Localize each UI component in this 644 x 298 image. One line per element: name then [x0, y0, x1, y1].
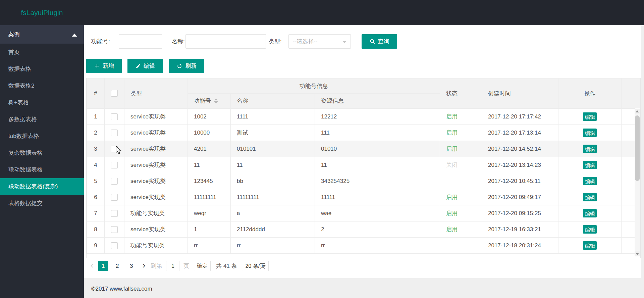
- cell-resource: 12212: [315, 109, 440, 125]
- refresh-button[interactable]: 刷新: [169, 59, 204, 73]
- search-button[interactable]: 查询: [362, 34, 397, 49]
- table-row: 2service实现类10000测试111启用2017-12-20 17:13:…: [87, 125, 635, 141]
- row-checkbox[interactable]: [111, 130, 118, 136]
- row-edit-button[interactable]: 编辑: [583, 112, 597, 121]
- total-count-label: 共 41 条: [216, 262, 237, 270]
- cell-status: 启用: [440, 221, 482, 238]
- cell-index: 4: [87, 157, 105, 173]
- cell-name: 11111111: [231, 189, 315, 205]
- header-actions: 操作: [558, 79, 622, 108]
- table-row: 9功能号实现类rrrrrr2017-12-18 20:31:24编辑: [87, 238, 635, 254]
- row-checkbox[interactable]: [111, 226, 118, 233]
- sidebar-item-3[interactable]: 数据表格2: [0, 78, 84, 94]
- page-number-1[interactable]: 1: [98, 261, 108, 271]
- cell-created: 2017-12-20 09:49:17: [482, 189, 558, 205]
- row-checkbox[interactable]: [111, 162, 118, 168]
- sidebar-item-1[interactable]: 首页: [0, 44, 84, 61]
- name-input[interactable]: [185, 34, 266, 49]
- page-next-icon[interactable]: ›: [143, 260, 146, 270]
- row-edit-button[interactable]: 编辑: [583, 177, 597, 185]
- add-button[interactable]: 新增: [86, 59, 122, 73]
- row-edit-button[interactable]: 编辑: [583, 193, 597, 201]
- goto-page-input[interactable]: [166, 261, 179, 271]
- status-badge: 启用: [446, 130, 458, 136]
- sidebar-item-4[interactable]: 树+表格: [0, 94, 84, 111]
- table-body: 1service实现类1002111112212启用2017-12-20 17:…: [87, 109, 635, 254]
- page-size-select[interactable]: 20 条/页: [242, 261, 269, 271]
- cell-type: service实现类: [124, 109, 188, 125]
- cell-actions: 编辑: [558, 205, 622, 221]
- table-body-table: 1service实现类1002111112212启用2017-12-20 17:…: [87, 108, 635, 254]
- row-checkbox[interactable]: [111, 146, 118, 152]
- cell-created: 2017-12-20 13:14:23: [482, 157, 558, 173]
- table-row: 1service实现类1002111112212启用2017-12-20 17:…: [87, 109, 635, 125]
- cell-name: 1111: [231, 109, 315, 125]
- top-bar: fsLayuiPlugin: [0, 0, 644, 25]
- cell-status: 启用: [440, 109, 482, 125]
- cell-checkbox: [105, 221, 124, 238]
- scrollbar-thumb[interactable]: [635, 115, 640, 181]
- row-edit-button[interactable]: 编辑: [583, 209, 597, 217]
- sidebar-group-cases[interactable]: 案例: [0, 25, 84, 44]
- cell-index: 6: [87, 189, 105, 205]
- page-numbers: 123: [98, 261, 141, 271]
- name-label: 名称:: [172, 34, 185, 49]
- sidebar-item-6[interactable]: tab数据表格: [0, 128, 84, 145]
- type-select[interactable]: --请选择--: [288, 34, 351, 49]
- cell-code: 11: [188, 157, 231, 173]
- sidebar-item-5[interactable]: 多数据表格: [0, 111, 84, 128]
- sidebar-item-10[interactable]: 表格数据提交: [0, 195, 84, 212]
- pagination-bar: ‹ 123 › 到第 页 确定 共 41 条 20 条/页: [91, 261, 269, 271]
- sidebar-item-8[interactable]: 联动数据表格: [0, 161, 84, 178]
- cell-name: 11: [231, 157, 315, 173]
- row-checkbox[interactable]: [111, 178, 118, 185]
- cell-created: 2017-12-20 10:45:11: [482, 173, 558, 189]
- header-created: 创建时间: [482, 79, 558, 108]
- table-row: 3service实现类420101010101010启用2017-12-20 1…: [87, 141, 635, 157]
- select-all-checkbox[interactable]: [111, 90, 118, 97]
- cell-index: 9: [87, 238, 105, 254]
- row-checkbox[interactable]: [111, 194, 118, 201]
- cell-created: 2017-12-19 16:33:21: [482, 221, 558, 238]
- cell-index: 1: [87, 109, 105, 125]
- page-number-2[interactable]: 2: [112, 261, 122, 271]
- row-checkbox[interactable]: [111, 113, 118, 120]
- cell-type: service实现类: [124, 157, 188, 173]
- cell-resource: 343254325: [315, 173, 440, 189]
- scroll-up-arrow-icon[interactable]: [635, 109, 640, 114]
- sidebar-item-9[interactable]: 联动数据表格(复杂): [0, 178, 84, 195]
- cell-status: 启用: [440, 125, 482, 141]
- cell-code: 10000: [188, 125, 231, 141]
- edit-button[interactable]: 编辑: [127, 59, 163, 73]
- edit-button-label: 编辑: [144, 59, 155, 73]
- scroll-down-arrow-icon[interactable]: [635, 251, 640, 256]
- cell-resource: 01010: [315, 141, 440, 157]
- sidebar-item-7[interactable]: 复杂数据表格: [0, 145, 84, 161]
- page-prev-icon[interactable]: ‹: [91, 260, 94, 270]
- chevron-down-icon: [342, 41, 346, 43]
- cell-name: 2112ddddd: [231, 221, 315, 238]
- fn-input[interactable]: [119, 34, 162, 49]
- row-edit-button[interactable]: 编辑: [583, 145, 597, 153]
- main-area: 功能号: 名称: 类型: --请选择-- 查询 新增 编辑: [84, 25, 644, 298]
- row-checkbox[interactable]: [111, 210, 118, 217]
- row-checkbox[interactable]: [111, 242, 118, 249]
- table-row: 5service实现类123445bb3432543252017-12-20 1…: [87, 173, 635, 189]
- status-badge: 启用: [446, 226, 458, 233]
- confirm-button[interactable]: 确定: [194, 261, 211, 271]
- row-edit-button[interactable]: 编辑: [583, 129, 597, 137]
- row-edit-button[interactable]: 编辑: [583, 225, 597, 234]
- row-edit-button[interactable]: 编辑: [583, 241, 597, 250]
- cell-index: 7: [87, 205, 105, 221]
- cell-checkbox: [105, 238, 124, 254]
- sort-icon[interactable]: [214, 98, 218, 103]
- row-edit-button[interactable]: 编辑: [583, 161, 597, 169]
- cell-checkbox: [105, 125, 124, 141]
- vertical-scrollbar[interactable]: [635, 109, 640, 256]
- cell-type: service实现类: [124, 141, 188, 157]
- page-number-3[interactable]: 3: [126, 261, 137, 271]
- sidebar-item-2[interactable]: 数据表格: [0, 61, 84, 78]
- search-icon: [370, 39, 375, 44]
- header-code-label: 功能号: [194, 98, 211, 104]
- cell-actions: 编辑: [558, 189, 622, 205]
